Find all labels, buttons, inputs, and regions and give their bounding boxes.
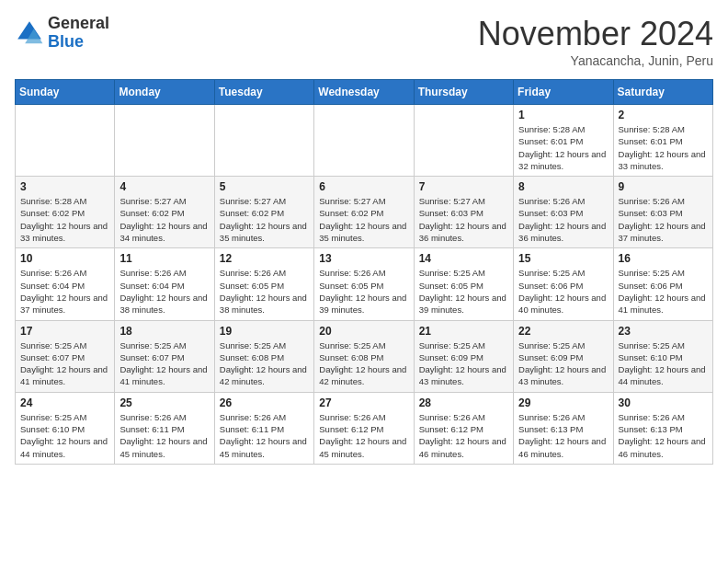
- day-number: 15: [518, 252, 608, 265]
- day-info: Sunrise: 5:26 AM Sunset: 6:03 PM Dayligh…: [518, 195, 608, 244]
- weekday-header: Tuesday: [214, 80, 313, 105]
- calendar-week-row: 10Sunrise: 5:26 AM Sunset: 6:04 PM Dayli…: [16, 248, 713, 320]
- location-subtitle: Yanacancha, Junin, Peru: [478, 53, 713, 68]
- day-info: Sunrise: 5:26 AM Sunset: 6:11 PM Dayligh…: [220, 411, 309, 460]
- calendar-cell: 19Sunrise: 5:25 AM Sunset: 6:08 PM Dayli…: [214, 320, 313, 392]
- day-info: Sunrise: 5:26 AM Sunset: 6:05 PM Dayligh…: [319, 267, 408, 316]
- day-info: Sunrise: 5:26 AM Sunset: 6:13 PM Dayligh…: [518, 411, 608, 460]
- calendar-cell: 21Sunrise: 5:25 AM Sunset: 6:09 PM Dayli…: [414, 320, 513, 392]
- weekday-header: Sunday: [16, 80, 115, 105]
- day-number: 25: [119, 396, 209, 409]
- calendar-cell: 24Sunrise: 5:25 AM Sunset: 6:10 PM Dayli…: [16, 392, 115, 464]
- day-number: 2: [619, 109, 708, 121]
- calendar-cell: 3Sunrise: 5:28 AM Sunset: 6:02 PM Daylig…: [16, 177, 115, 248]
- calendar-cell: 8Sunrise: 5:26 AM Sunset: 6:03 PM Daylig…: [514, 177, 613, 248]
- logo: General Blue: [15, 15, 109, 52]
- day-number: 29: [518, 396, 608, 409]
- day-number: 16: [619, 252, 708, 265]
- weekday-header: Thursday: [414, 80, 513, 105]
- calendar-cell: 12Sunrise: 5:26 AM Sunset: 6:05 PM Dayli…: [214, 248, 313, 320]
- day-number: 12: [220, 252, 309, 265]
- day-info: Sunrise: 5:27 AM Sunset: 6:03 PM Dayligh…: [419, 195, 508, 244]
- day-number: 19: [220, 325, 309, 338]
- page-header: General Blue November 2024 Yanacancha, J…: [15, 15, 713, 68]
- calendar-cell: 5Sunrise: 5:27 AM Sunset: 6:02 PM Daylig…: [214, 177, 313, 248]
- day-info: Sunrise: 5:26 AM Sunset: 6:05 PM Dayligh…: [220, 267, 309, 316]
- day-number: 17: [20, 325, 109, 338]
- calendar-cell: 23Sunrise: 5:25 AM Sunset: 6:10 PM Dayli…: [613, 320, 712, 392]
- calendar-cell: 2Sunrise: 5:28 AM Sunset: 6:01 PM Daylig…: [613, 105, 712, 177]
- calendar-cell: [414, 105, 513, 177]
- day-info: Sunrise: 5:25 AM Sunset: 6:08 PM Dayligh…: [319, 339, 408, 388]
- calendar-cell: 30Sunrise: 5:26 AM Sunset: 6:13 PM Dayli…: [613, 392, 712, 464]
- day-number: 22: [518, 325, 608, 338]
- calendar-cell: 7Sunrise: 5:27 AM Sunset: 6:03 PM Daylig…: [414, 177, 513, 248]
- calendar-cell: 10Sunrise: 5:26 AM Sunset: 6:04 PM Dayli…: [16, 248, 115, 320]
- day-info: Sunrise: 5:25 AM Sunset: 6:09 PM Dayligh…: [518, 339, 608, 388]
- day-number: 14: [419, 252, 508, 265]
- day-number: 18: [119, 325, 209, 338]
- day-info: Sunrise: 5:25 AM Sunset: 6:08 PM Dayligh…: [220, 339, 309, 388]
- day-info: Sunrise: 5:25 AM Sunset: 6:05 PM Dayligh…: [419, 267, 508, 316]
- day-number: 13: [319, 252, 408, 265]
- calendar-cell: 16Sunrise: 5:25 AM Sunset: 6:06 PM Dayli…: [613, 248, 712, 320]
- day-info: Sunrise: 5:28 AM Sunset: 6:01 PM Dayligh…: [518, 123, 608, 172]
- day-number: 24: [20, 396, 109, 409]
- day-number: 10: [20, 252, 109, 265]
- calendar-cell: 13Sunrise: 5:26 AM Sunset: 6:05 PM Dayli…: [314, 248, 414, 320]
- calendar-cell: 4Sunrise: 5:27 AM Sunset: 6:02 PM Daylig…: [115, 177, 214, 248]
- calendar-cell: [16, 105, 115, 177]
- calendar-table: SundayMondayTuesdayWednesdayThursdayFrid…: [15, 79, 713, 465]
- calendar-cell: 22Sunrise: 5:25 AM Sunset: 6:09 PM Dayli…: [514, 320, 613, 392]
- day-number: 30: [619, 396, 708, 409]
- logo-icon: [15, 18, 44, 48]
- weekday-header: Monday: [115, 80, 214, 105]
- calendar-cell: 29Sunrise: 5:26 AM Sunset: 6:13 PM Dayli…: [514, 392, 613, 464]
- day-info: Sunrise: 5:25 AM Sunset: 6:06 PM Dayligh…: [619, 267, 708, 316]
- day-info: Sunrise: 5:26 AM Sunset: 6:11 PM Dayligh…: [119, 411, 209, 460]
- logo-blue-text: Blue: [48, 32, 84, 51]
- day-number: 11: [119, 252, 209, 265]
- calendar-cell: [314, 105, 414, 177]
- calendar-week-row: 24Sunrise: 5:25 AM Sunset: 6:10 PM Dayli…: [16, 392, 713, 464]
- title-block: November 2024 Yanacancha, Junin, Peru: [478, 15, 713, 68]
- day-number: 6: [319, 180, 408, 193]
- day-number: 1: [518, 109, 608, 121]
- day-number: 21: [419, 325, 508, 338]
- day-number: 26: [220, 396, 309, 409]
- day-info: Sunrise: 5:26 AM Sunset: 6:04 PM Dayligh…: [20, 267, 109, 316]
- day-info: Sunrise: 5:25 AM Sunset: 6:06 PM Dayligh…: [518, 267, 608, 316]
- calendar-cell: 28Sunrise: 5:26 AM Sunset: 6:12 PM Dayli…: [414, 392, 513, 464]
- day-number: 8: [518, 180, 608, 193]
- day-info: Sunrise: 5:28 AM Sunset: 6:02 PM Dayligh…: [20, 195, 109, 244]
- day-info: Sunrise: 5:25 AM Sunset: 6:09 PM Dayligh…: [419, 339, 508, 388]
- day-info: Sunrise: 5:25 AM Sunset: 6:07 PM Dayligh…: [20, 339, 109, 388]
- day-number: 20: [319, 325, 408, 338]
- day-info: Sunrise: 5:26 AM Sunset: 6:04 PM Dayligh…: [119, 267, 209, 316]
- weekday-header-row: SundayMondayTuesdayWednesdayThursdayFrid…: [16, 80, 713, 105]
- calendar-week-row: 3Sunrise: 5:28 AM Sunset: 6:02 PM Daylig…: [16, 177, 713, 248]
- calendar-cell: 15Sunrise: 5:25 AM Sunset: 6:06 PM Dayli…: [514, 248, 613, 320]
- day-info: Sunrise: 5:25 AM Sunset: 6:10 PM Dayligh…: [20, 411, 109, 460]
- day-number: 23: [619, 325, 708, 338]
- calendar-cell: 26Sunrise: 5:26 AM Sunset: 6:11 PM Dayli…: [214, 392, 313, 464]
- weekday-header: Wednesday: [314, 80, 414, 105]
- day-number: 27: [319, 396, 408, 409]
- day-info: Sunrise: 5:25 AM Sunset: 6:07 PM Dayligh…: [119, 339, 209, 388]
- calendar-week-row: 1Sunrise: 5:28 AM Sunset: 6:01 PM Daylig…: [16, 105, 713, 177]
- calendar-cell: 27Sunrise: 5:26 AM Sunset: 6:12 PM Dayli…: [314, 392, 414, 464]
- calendar-cell: 14Sunrise: 5:25 AM Sunset: 6:05 PM Dayli…: [414, 248, 513, 320]
- day-info: Sunrise: 5:25 AM Sunset: 6:10 PM Dayligh…: [619, 339, 708, 388]
- calendar-cell: 1Sunrise: 5:28 AM Sunset: 6:01 PM Daylig…: [514, 105, 613, 177]
- day-number: 7: [419, 180, 508, 193]
- calendar-cell: [115, 105, 214, 177]
- calendar-cell: 6Sunrise: 5:27 AM Sunset: 6:02 PM Daylig…: [314, 177, 414, 248]
- calendar-cell: 18Sunrise: 5:25 AM Sunset: 6:07 PM Dayli…: [115, 320, 214, 392]
- day-info: Sunrise: 5:28 AM Sunset: 6:01 PM Dayligh…: [619, 123, 708, 172]
- day-info: Sunrise: 5:27 AM Sunset: 6:02 PM Dayligh…: [319, 195, 408, 244]
- weekday-header: Saturday: [613, 80, 712, 105]
- calendar-cell: 20Sunrise: 5:25 AM Sunset: 6:08 PM Dayli…: [314, 320, 414, 392]
- calendar-cell: 11Sunrise: 5:26 AM Sunset: 6:04 PM Dayli…: [115, 248, 214, 320]
- weekday-header: Friday: [514, 80, 613, 105]
- logo-general-text: General: [48, 14, 109, 32]
